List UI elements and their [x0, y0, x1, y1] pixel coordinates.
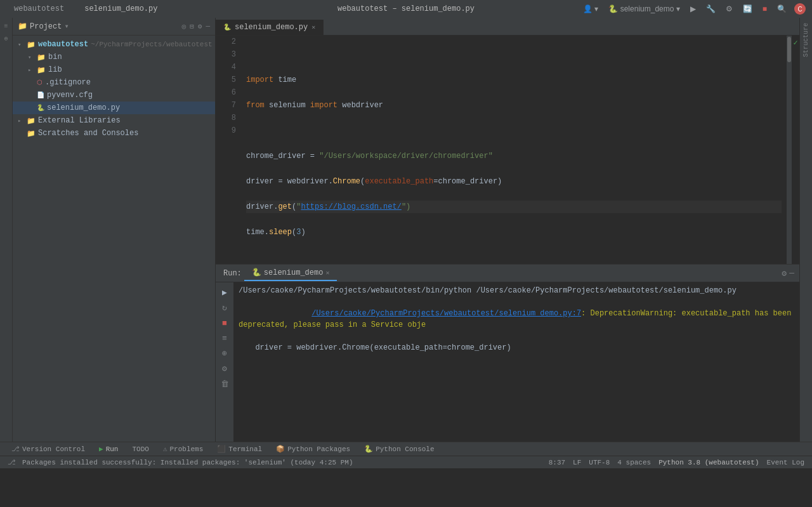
file-icon-selenium: 🐍 [37, 104, 44, 112]
folder-icon-bin: 📁 [37, 53, 46, 62]
run-stop-icon[interactable]: ■ [218, 317, 231, 329]
line9-sleep: sleep [269, 226, 292, 239]
tree-item-pyvenv[interactable]: 📄 pyvenv.cfg [13, 89, 215, 102]
run-tab-label: selenium_demo [264, 268, 324, 277]
output-warning: /Users/caoke/PycharmProjects/webautotest… [239, 296, 794, 342]
tree-item-root[interactable]: ▾ 📁 webautotest ~/PycharmProjects/webaut… [13, 38, 215, 51]
tree-item-lib[interactable]: ▸ 📁 lib [13, 63, 215, 76]
right-sidebar: Structure [799, 18, 812, 442]
code-line-6: chrome_driver = "/Users/workspace/driver… [246, 150, 782, 162]
line9-num: ( [292, 226, 296, 239]
window-tab-selenium[interactable]: selenium_demo.py [77, 2, 165, 16]
toolbar-btn-1[interactable]: ▶ [688, 3, 698, 15]
run-tab-close[interactable]: ✕ [325, 269, 329, 277]
sidebar-icon-project[interactable]: ≡ [1, 20, 12, 32]
profile-button[interactable]: 👤 ▾ [580, 3, 601, 15]
console-icon: 🐍 [364, 445, 373, 453]
tab-close-btn[interactable]: ✕ [311, 23, 315, 31]
line4-from: from [246, 99, 265, 112]
bottom-tab-terminal[interactable]: ⬛ Terminal [211, 442, 268, 456]
folder-icon-scratches: 📁 [27, 129, 36, 138]
run-label-bottom: Run [106, 445, 119, 453]
root-label: webautotest [38, 40, 88, 49]
code-line-3: import time [246, 74, 782, 86]
run-output: /Users/caoke/PycharmProjects/webautotest… [233, 282, 799, 442]
bottom-tab-problems[interactable]: ⚠ Problems [157, 442, 209, 456]
run-list-icon[interactable]: ≡ [218, 332, 231, 345]
interpreter-dropdown[interactable]: 🐍 selenium_demo ▾ [606, 3, 682, 15]
bottom-tab-run[interactable]: ▶ Run [93, 442, 124, 456]
line7-op: = [278, 175, 287, 188]
sidebar-icon-2[interactable]: ⊕ [1, 33, 12, 44]
bottom-tab-python-packages[interactable]: 📦 Python Packages [270, 442, 357, 456]
run-minimize-icon[interactable]: — [789, 268, 794, 279]
project-icon-minimize[interactable]: — [206, 22, 210, 30]
project-icon-locate[interactable]: ◎ [182, 22, 187, 30]
run-settings-icon[interactable]: ⚙ [782, 268, 787, 279]
left-sidebar: ≡ ⊕ [0, 18, 13, 442]
output-path-link[interactable]: /Users/caoke/PycharmProjects/webautotest… [311, 309, 581, 318]
toolbar-btn-4[interactable]: 🔄 [740, 3, 755, 15]
run-tab-selenium[interactable]: 🐍 selenium_demo ✕ [244, 265, 337, 281]
project-icon-settings[interactable]: ⚙ [198, 22, 202, 30]
code-line-4: from selenium import webdriver [246, 99, 782, 112]
run-btn-icon: ▶ [99, 445, 103, 453]
code-line-5 [246, 124, 782, 137]
line-ending: LF [573, 459, 581, 466]
bottom-tab-todo[interactable]: TODO [126, 442, 155, 456]
code-line-2 [246, 48, 782, 61]
tree-arrow-root: ▾ [18, 41, 25, 48]
editor-scrollbar[interactable] [787, 36, 792, 264]
editor-tab-selenium[interactable]: 🐍 selenium_demo.py ✕ [216, 20, 324, 35]
stop-btn[interactable]: ■ [760, 3, 769, 15]
run-play-icon[interactable]: ▶ [218, 286, 231, 299]
line7-driver: driver [246, 175, 278, 188]
line8-url[interactable]: https://blog.csdn.net/ [301, 201, 401, 213]
toolbar-btn-2[interactable]: 🔧 [704, 3, 718, 15]
structure-label[interactable]: Structure [802, 23, 809, 57]
run-rerun-icon[interactable]: ↻ [218, 301, 231, 314]
code-content[interactable]: import time from selenium import webdriv… [241, 36, 787, 264]
git-icon: ⎇ [11, 445, 20, 453]
run-tab-icon: 🐍 [252, 268, 261, 277]
tree-arrow-bin: ▾ [28, 54, 36, 61]
run-settings-side-icon[interactable]: ⚙ [218, 362, 231, 375]
tree-item-selenium-demo[interactable]: 🐍 selenium_demo.py [13, 102, 215, 114]
indent: 4 spaces [617, 459, 651, 466]
project-header-icons: ◎ ⊟ ⚙ — [182, 22, 210, 30]
tree-item-ext-libs[interactable]: ▸ 📁 External Libraries [13, 114, 215, 127]
event-log[interactable]: Event Log [767, 459, 804, 466]
project-panel-header: 📁 Project ▾ ◎ ⊟ ⚙ — [13, 18, 215, 36]
status-right: 8:37 LF UTF-8 4 spaces Python 3.8 (webau… [549, 459, 804, 466]
line6-str: "/Users/workspace/driver/chromedriver" [319, 150, 493, 162]
window-tab-webautotest[interactable]: webautotest [6, 2, 72, 16]
run-add-icon[interactable]: ⊕ [218, 347, 231, 360]
checkmark-icon: ✓ [792, 38, 799, 48]
python-version[interactable]: Python 3.8 (webautotest) [658, 459, 759, 466]
line7-webdriver: webdriver. [287, 175, 333, 188]
problems-icon: ⚠ [163, 445, 167, 453]
code-editor[interactable]: 2 3 4 5 6 7 8 9 import time from seleniu… [216, 36, 799, 264]
avatar-btn[interactable]: C [794, 3, 806, 15]
tree-item-bin[interactable]: ▾ 📁 bin [13, 51, 215, 63]
toolbar-btn-3[interactable]: ⚙ [723, 3, 735, 15]
line8-str2: ") [402, 201, 410, 213]
editor-tab-label: selenium_demo.py [235, 23, 308, 32]
project-dropdown-arrow[interactable]: ▾ [64, 22, 69, 31]
search-btn[interactable]: 🔍 [775, 3, 789, 15]
file-icon-pyvenv: 📄 [37, 91, 44, 99]
tree-item-gitignore[interactable]: ⬡ .gitignore [13, 76, 215, 89]
project-panel: 📁 Project ▾ ◎ ⊟ ⚙ — ▾ 📁 webautotest ~ [13, 18, 216, 442]
project-icon-collapse[interactable]: ⊟ [190, 22, 194, 30]
charset: UTF-8 [589, 459, 610, 466]
run-trash-icon[interactable]: 🗑 [218, 378, 231, 390]
editor-tabs: 🐍 selenium_demo.py ✕ [216, 18, 799, 36]
scrollbar-thumb[interactable] [787, 37, 791, 62]
lib-label: lib [48, 65, 62, 74]
bin-label: bin [48, 53, 62, 62]
bottom-tab-version-control[interactable]: ⎇ Version Control [5, 442, 91, 456]
main-container: ≡ ⊕ 📁 Project ▾ ◎ ⊟ ⚙ — [0, 18, 812, 442]
bottom-tab-python-console[interactable]: 🐍 Python Console [358, 442, 440, 456]
tree-item-scratches[interactable]: 📁 Scratches and Consoles [13, 127, 215, 140]
pyvenv-label: pyvenv.cfg [47, 91, 93, 100]
